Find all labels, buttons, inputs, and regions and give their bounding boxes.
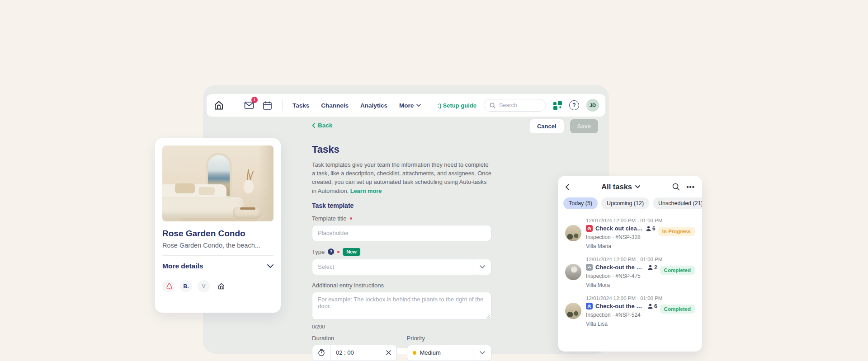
property-photo <box>162 145 274 221</box>
template-title-label-row: Template title <box>312 215 491 222</box>
instructions-label: Additional entry instructions <box>312 282 384 289</box>
nav-divider <box>282 99 283 111</box>
task-datetime: 12/01/2024 12:00 PM - 01:00 PM <box>586 295 695 301</box>
duration-input[interactable]: 02 : 00 <box>312 345 397 361</box>
property-thumbnail <box>565 225 581 241</box>
page-description: Task templates give your team the inform… <box>312 160 491 195</box>
calendar-icon[interactable] <box>261 99 273 111</box>
back-button[interactable]: Back <box>312 122 332 129</box>
more-details-label: More details <box>162 262 203 270</box>
booking-label: B. <box>184 283 189 290</box>
direct-site-icon[interactable] <box>215 280 227 292</box>
more-options-icon[interactable]: ••• <box>686 183 695 191</box>
instructions-label-row: Additional entry instructions <box>312 282 491 289</box>
setup-guide-link[interactable]: :) Setup guide <box>437 102 476 109</box>
nav-right-group: :) Setup guide ? JD <box>437 99 599 112</box>
task-datetime: 12/01/2024 12:00 PM - 01:00 PM <box>586 257 695 262</box>
search-icon[interactable] <box>672 183 680 191</box>
property-card: Rose Garden Condo Rose Garden Condo, the… <box>155 138 281 313</box>
task-category: Inspection · #NSP-524 <box>586 312 657 318</box>
page-title: Tasks <box>312 144 491 155</box>
search-icon <box>490 103 495 108</box>
duration-label-row: Duration <box>312 335 397 342</box>
assignee-count: 6 <box>646 225 656 232</box>
priority-label: Priority <box>407 335 425 342</box>
search-input[interactable] <box>499 102 540 108</box>
task-datetime: 12/01/2024 12:00 PM - 01:00 PM <box>586 218 695 223</box>
person-icon <box>646 226 651 231</box>
task-list-item[interactable]: 12/01/2024 12:00 PM - 01:00 PM Check-out… <box>558 253 702 291</box>
vrbo-icon[interactable]: V <box>198 280 210 292</box>
booking-icon[interactable]: B. <box>180 280 192 292</box>
priority-high-icon <box>586 303 593 309</box>
home-icon[interactable] <box>213 99 225 111</box>
inbox-icon[interactable]: 1 <box>243 99 255 111</box>
instructions-textarea[interactable] <box>312 292 491 320</box>
duration-value: 02 : 00 <box>330 349 381 356</box>
duration-label: Duration <box>312 335 334 342</box>
all-tasks-dropdown[interactable]: All tasks <box>569 183 672 191</box>
assignee-count: 2 <box>648 264 657 271</box>
priority-normal-icon <box>586 264 593 271</box>
nav-item-more-label: More <box>399 102 414 109</box>
learn-more-link[interactable]: Learn more <box>350 188 382 194</box>
priority-urgent-icon <box>586 225 593 232</box>
nav-item-channels[interactable]: Channels <box>321 102 349 109</box>
property-thumbnail <box>565 303 581 319</box>
nav-item-more[interactable]: More <box>399 102 421 109</box>
chevron-down-icon <box>416 104 421 107</box>
char-counter: 0/200 <box>312 324 491 329</box>
task-list-item[interactable]: 12/01/2024 12:00 PM - 01:00 PM Check-out… <box>558 291 702 330</box>
more-details-toggle[interactable]: More details <box>162 262 274 270</box>
tasks-panel-title: All tasks <box>601 183 632 191</box>
vrbo-label: V <box>202 283 205 290</box>
save-button[interactable]: Save <box>570 119 598 133</box>
assignee-count: 6 <box>648 303 657 309</box>
task-category: Inspection · #NSP-328 <box>586 234 656 240</box>
property-subtitle: Rose Garden Condo, the beach... <box>162 242 274 249</box>
cancel-button[interactable]: Cancel <box>530 119 564 133</box>
assignee-number: 6 <box>654 303 657 309</box>
tab-unscheduled[interactable]: Unscheduled (21) <box>653 197 702 209</box>
apps-grid-icon[interactable] <box>553 101 562 110</box>
info-icon[interactable]: ? <box>328 248 334 255</box>
airbnb-icon[interactable] <box>162 280 175 292</box>
nav-item-tasks[interactable]: Tasks <box>292 102 309 109</box>
action-row: Cancel Save <box>515 119 598 133</box>
status-badge: Completed <box>660 266 695 275</box>
chevron-left-icon <box>312 123 315 128</box>
new-badge: New <box>343 248 360 256</box>
page-description-text: Task templates give your team the inform… <box>312 161 491 194</box>
person-icon <box>648 265 653 270</box>
tasks-tabs: Today (5) Upcoming (12) Unscheduled (21) <box>558 196 702 214</box>
stopwatch-icon <box>312 345 330 361</box>
template-title-label: Template title <box>312 215 347 222</box>
type-label: Type <box>312 248 325 255</box>
priority-select[interactable]: Medium <box>407 345 492 361</box>
clear-icon[interactable] <box>381 350 396 355</box>
nav-menu: Tasks Channels Analytics More <box>292 102 421 109</box>
person-icon <box>648 304 653 309</box>
task-list-item[interactable]: 12/01/2024 12:00 PM - 01:00 PM Check out… <box>558 214 702 253</box>
help-icon[interactable]: ? <box>569 100 579 110</box>
task-title: Check-out the apart... <box>595 303 645 309</box>
divider <box>162 255 274 256</box>
status-badge: In Progress <box>658 227 695 236</box>
tab-today[interactable]: Today (5) <box>563 197 598 209</box>
tab-upcoming[interactable]: Upcoming (12) <box>601 197 649 209</box>
tasks-panel-header: All tasks ••• <box>558 176 702 196</box>
top-navbar: 1 Tasks Channels Analytics More :) Setup… <box>207 94 605 117</box>
property-thumbnail <box>565 264 581 280</box>
back-chevron-icon[interactable] <box>565 184 569 190</box>
nav-left-group: 1 <box>213 99 285 111</box>
user-avatar[interactable]: JD <box>586 99 599 112</box>
tasks-panel-actions: ••• <box>672 183 695 191</box>
search-box[interactable] <box>484 99 546 112</box>
priority-medium-dot-icon <box>413 351 416 355</box>
instructions-textarea-wrap <box>312 292 491 322</box>
type-label-row: Type ? New <box>312 248 491 256</box>
nav-item-analytics[interactable]: Analytics <box>360 102 387 109</box>
type-select[interactable]: Select <box>312 259 491 275</box>
assignee-number: 6 <box>652 225 656 232</box>
template-title-input[interactable] <box>312 225 491 241</box>
